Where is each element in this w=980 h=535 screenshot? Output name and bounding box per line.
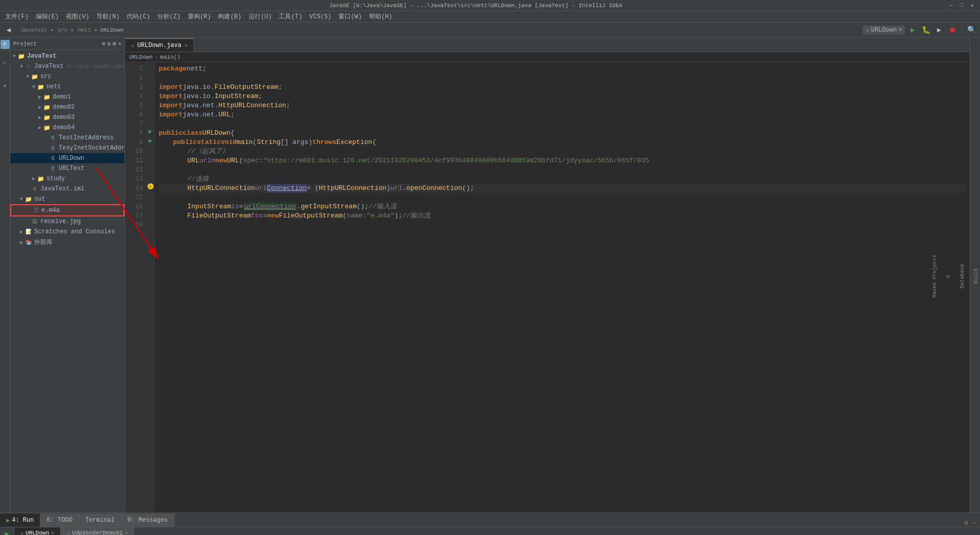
menu-file[interactable]: 文件(F) [2, 11, 32, 22]
run-restart-button[interactable]: ▶ [5, 529, 9, 535]
breadcrumb: URLDown › main() [125, 52, 970, 62]
run-config-icon: ☕ [866, 27, 869, 33]
tree-label: TestInetAddress [59, 134, 114, 141]
tree-item-demo2[interactable]: ▶ 📁 demo02 [10, 102, 125, 112]
database-panel-label[interactable]: Database [959, 260, 966, 293]
code-line-13: //连接 [159, 175, 966, 184]
tree-item-study[interactable]: ▶ 📁 study [10, 174, 125, 184]
run-subtab-udpsender[interactable]: ☕ UdpSenderDemo01 ✕ [61, 527, 134, 535]
tree-item-emda[interactable]: ▶ 🎵 e.m4a [10, 204, 125, 216]
tree-item-urltext[interactable]: ▶ C URLText [10, 163, 125, 174]
todo-tab[interactable]: 6: TODO [40, 514, 79, 527]
code-line-1: package nett; [159, 64, 966, 74]
terminal-tab-label: Terminal [85, 517, 115, 524]
run-tab[interactable]: ▶ 4: Run [0, 514, 40, 527]
project-close-icon[interactable]: ✕ [118, 40, 121, 47]
tree-item-demo3[interactable]: ▶ 📁 demo03 [10, 112, 125, 123]
tree-label: JavaText G:\Java\JavaSE\JavaText [34, 63, 125, 70]
close-button[interactable]: ✕ [968, 2, 976, 9]
tree-label: TesyInetSocketAddress [59, 144, 125, 152]
maven-panel-label[interactable]: Maven Projects [931, 251, 939, 302]
run-button[interactable]: ▶ [907, 25, 918, 36]
tab-icon: ☕ [131, 42, 134, 48]
build-panel-label[interactable]: Build [972, 264, 980, 288]
code-line-3: import java.io.FileOutputStream; [159, 83, 966, 92]
menu-navigate[interactable]: 导航(N) [93, 11, 123, 22]
minimize-button[interactable]: — [947, 2, 955, 9]
tree-item-testinetaddress[interactable]: ▶ C TestInetAddress [10, 133, 125, 143]
run-output: ▶ ↺ ⏹ ↓ 🗑 ☕ URLDown ✕ ☕ UdpSender [0, 527, 980, 535]
terminal-tab[interactable]: Terminal [79, 514, 121, 527]
menu-refactor[interactable]: 重构(R) [185, 11, 214, 22]
tree-item-javatext-iml[interactable]: ▶ ⚙ JavaText.iml [10, 184, 125, 194]
project-expand-icon[interactable]: ⊞ [113, 40, 116, 47]
e-panel-label[interactable]: E [945, 271, 952, 282]
project-icon[interactable]: P [1, 40, 10, 49]
tree-item-receive-jpg[interactable]: ▶ 🖼 receive.jpg [10, 216, 125, 227]
bottom-settings-icon[interactable]: ⚙ [965, 519, 968, 527]
run-subtab-urldown[interactable]: ☕ URLDown ✕ [14, 527, 61, 535]
debug-button[interactable]: 🐛 [920, 25, 932, 36]
project-sort-icon[interactable]: ⇅ [107, 40, 111, 47]
editor-area: ☕ URLDown.java ✕ URLDown › main() 1 2 3 … [125, 38, 970, 513]
tree-item-scratches[interactable]: ▶ 📝 Scratches and Consoles [10, 227, 125, 237]
tree-item-javatext-path[interactable]: ▼ □ JavaText G:\Java\JavaSE\JavaText [10, 61, 125, 71]
project-tree: ▼ 📁 JavaText ▼ □ JavaText G:\Java\JavaSE… [10, 50, 125, 513]
stop-button[interactable]: ⏹ [947, 25, 958, 36]
toolbar: ◀ JavaText ▸ src ▸ nett ▸ URLDown ☕ URLD… [0, 22, 980, 38]
tree-label: JavaText [27, 53, 57, 60]
tree-item-demo1[interactable]: ▶ 📁 demo1 [10, 92, 125, 102]
tree-label: demo03 [53, 114, 75, 121]
tree-item-demo4[interactable]: ▶ 📁 demo04 [10, 123, 125, 133]
tree-label: demo02 [53, 104, 75, 111]
code-line-9: public static void main(String[] args) t… [159, 138, 966, 147]
run-config-name[interactable]: URLDown [871, 27, 897, 34]
menu-run[interactable]: 运行(U) [246, 11, 275, 22]
tab-label: URLDown.java [137, 42, 181, 49]
tree-label: Scratches and Consoles [34, 228, 115, 235]
maximize-button[interactable]: □ [958, 2, 966, 9]
run-subtab-udp-close[interactable]: ✕ [125, 530, 128, 536]
menu-analyze[interactable]: 分析(Z) [154, 11, 184, 22]
tree-item-urldown[interactable]: ▶ C URLDown [10, 153, 125, 163]
search-everywhere-button[interactable]: 🔍 [966, 25, 977, 36]
code-editor[interactable]: 1 2 3 4 5 6 7 8 9 10 11 12 13 14 15 16 1 [125, 62, 970, 513]
breadcrumb-urldown[interactable]: URLDown [129, 54, 153, 60]
bottom-panel: ▶ 4: Run 6: TODO Terminal 0: Messages ⚙ … [0, 513, 980, 535]
structure-icon[interactable]: ≡ [2, 61, 8, 64]
bottom-minimize-icon[interactable]: — [972, 520, 976, 527]
favorites-icon[interactable]: ★ [3, 82, 7, 89]
tree-item-external[interactable]: ▶ 📚 外部库 [10, 237, 125, 248]
tab-urldown[interactable]: ☕ URLDown.java ✕ [125, 38, 194, 52]
tree-item-src[interactable]: ▼ 📁 src [10, 71, 125, 82]
tree-item-nett[interactable]: ▼ 📁 nett [10, 82, 125, 92]
breadcrumb-main[interactable]: main() [160, 54, 181, 60]
menu-window[interactable]: 窗口(W) [335, 11, 365, 22]
run-tab-label: 4: Run [12, 517, 34, 524]
tree-label: out [34, 196, 45, 203]
menu-tools[interactable]: 工具(T) [276, 11, 305, 22]
run-coverage-button[interactable]: ▶ [934, 25, 945, 36]
tree-item-javatext[interactable]: ▼ 📁 JavaText [10, 51, 125, 61]
tree-label: e.m4a [41, 207, 60, 214]
back-button[interactable]: ◀ [3, 25, 14, 36]
menu-code[interactable]: 代码(C) [124, 11, 153, 22]
window-title: JavaSE [G:\Java\JavaSE] - ...\JavaText\s… [4, 3, 947, 9]
code-line-2 [159, 74, 966, 83]
run-subtab-close[interactable]: ✕ [51, 530, 54, 536]
right-sidebar: Build Database E Maven Projects [970, 38, 980, 513]
menu-help[interactable]: 帮助(H) [366, 11, 396, 22]
tree-item-out[interactable]: ▼ 📁 out [10, 194, 125, 204]
tab-close-icon[interactable]: ✕ [184, 42, 187, 48]
menu-vcs[interactable]: VCS(S) [306, 12, 334, 21]
menu-edit[interactable]: 编辑(E) [33, 11, 62, 22]
menu-view[interactable]: 视图(V) [63, 11, 92, 22]
project-settings-icon[interactable]: ⚙ [102, 40, 106, 47]
run-config-dropdown-icon[interactable]: ▼ [899, 27, 902, 33]
breadcrumb-separator: › [155, 54, 158, 60]
tree-item-tesyinetsocketaddress[interactable]: ▶ C TesyInetSocketAddress [10, 143, 125, 153]
menu-build[interactable]: 构建(B) [215, 11, 244, 22]
messages-tab[interactable]: 0: Messages [121, 514, 174, 527]
code-line-14: HttpURLConnection urlConnection = (HttpU… [159, 184, 966, 193]
code-content[interactable]: package nett; import java.io.FileOutputS… [155, 62, 970, 513]
